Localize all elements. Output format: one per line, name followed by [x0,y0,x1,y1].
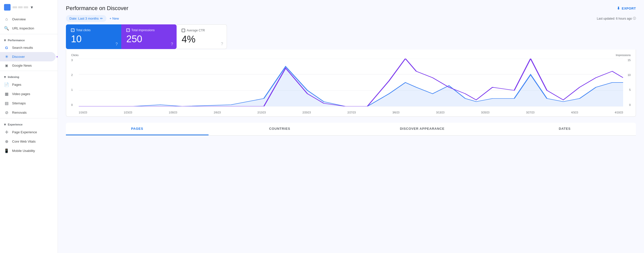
x-label-6: 2/27/23 [347,111,356,114]
metric-value-total-clicks: 10 [71,34,116,45]
sidebar-item-mobile-usability-label: Mobile Usability [12,149,35,153]
main-header: Performance on Discover ⬇ EXPORT [58,0,644,12]
indexing-caret-icon: ▾ [4,75,6,79]
export-button[interactable]: ⬇ EXPORT [617,6,636,11]
sidebar-item-removals[interactable]: ⊘ Removals [0,108,56,117]
logo-dropdown-icon[interactable]: ▾ [31,5,33,10]
metric-checkbox-total-clicks[interactable] [71,28,74,32]
tick-left-0: 3 [71,59,77,62]
metric-checkbox-total-impressions[interactable] [126,28,130,32]
metric-label-text-total-impressions: Total impressions [131,28,155,32]
tab-countries[interactable]: COUNTRIES [209,123,351,135]
page-experience-icon: ✛ [4,130,9,135]
metric-checkbox-average-ctr[interactable] [182,29,185,32]
indexing-section-label: Indexing [8,75,19,78]
main-content: Performance on Discover ⬇ EXPORT Date: L… [58,0,644,253]
tab-pages[interactable]: PAGES [66,123,209,135]
x-label-7: 3/6/23 [392,111,399,114]
x-label-10: 3/27/23 [526,111,534,114]
logo-dots [13,6,28,8]
sidebar-item-video-pages[interactable]: ▦ Video pages [0,89,56,99]
chart-container: Clicks Impressions 3 2 1 0 15 10 5 0 [66,50,636,117]
metric-label-text-total-clicks: Total clicks [76,28,91,32]
video-pages-icon: ▦ [4,92,9,96]
sidebar-item-sitemaps-label: Sitemaps [12,101,26,105]
sidebar-item-sitemaps[interactable]: ▤ Sitemaps [0,99,56,108]
sidebar-item-page-experience[interactable]: ✛ Page Experience [0,128,56,137]
metric-card-total-clicks[interactable]: Total clicks 10 ? [66,24,121,49]
sidebar-item-core-web-vitals-label: Core Web Vitals [12,140,35,143]
sidebar-item-search-results[interactable]: G Search results [0,43,56,52]
sidebar-item-discover[interactable]: ✳ Discover [0,52,56,61]
sidebar-divider-2 [0,71,58,71]
sidebar-section-performance[interactable]: ▾ Performance [0,35,58,43]
metric-label-text-average-ctr: Average CTR [187,29,205,32]
logo-icon [4,4,11,11]
tab-discover-appearance[interactable]: DISCOVER APPEARANCE [351,123,494,135]
sidebar-item-removals-label: Removals [12,111,27,114]
x-label-0: 1/16/23 [79,111,87,114]
tab-discover-appearance-label: DISCOVER APPEARANCE [400,127,445,131]
chart-y-label-clicks: Clicks [71,54,78,57]
google-icon: G [4,46,9,50]
metric-label-total-impressions: Total impressions [126,28,172,32]
tick-right-1: 10 [625,73,631,76]
x-label-4: 2/13/23 [257,111,266,114]
core-web-vitals-icon: ⊕ [4,139,9,144]
chart-spacer [227,24,636,49]
export-icon: ⬇ [617,6,620,11]
sidebar-section-experience[interactable]: ▾ Experience [0,119,58,128]
metric-info-icon-total-impressions[interactable]: ? [171,42,173,47]
toolbar-left: Date: Last 3 months ✏ + New [66,15,119,22]
chart-wrapper: Clicks Impressions 3 2 1 0 15 10 5 0 [71,54,631,114]
metric-card-total-impressions[interactable]: Total impressions 250 ? [121,24,177,49]
metrics-row: Total clicks 10 ? Total impressions 250 … [66,24,636,49]
last-updated-text: Last updated: 6 hours ago [597,17,632,20]
tab-dates-label: DATES [559,127,571,131]
search-icon: 🔍 [4,26,9,31]
sidebar-item-mobile-usability[interactable]: 📱 Mobile Usability [0,146,56,155]
x-label-5: 2/20/23 [302,111,311,114]
sidebar-item-url-inspection[interactable]: 🔍 URL inspection [0,24,56,33]
sidebar-item-pages[interactable]: 📄 Pages [0,80,56,89]
metric-info-icon-average-ctr[interactable]: ? [221,42,223,46]
sidebar-item-overview-label: Overview [12,17,26,21]
tabs-section: PAGES COUNTRIES DISCOVER APPEARANCE DATE… [58,117,644,136]
svg-marker-7 [79,66,623,106]
tick-right-2: 5 [625,88,631,91]
metric-value-total-impressions: 250 [126,34,172,45]
experience-section-label: Experience [8,123,23,126]
mobile-usability-icon: 📱 [4,148,9,153]
chart-y-label-impressions: Impressions [616,54,631,57]
sidebar-section-indexing[interactable]: ▾ Indexing [0,72,58,80]
arrow-annotation [54,55,58,59]
sidebar-item-url-inspection-label: URL inspection [12,26,34,30]
sidebar-item-core-web-vitals[interactable]: ⊕ Core Web Vitals [0,137,56,146]
performance-caret-icon: ▾ [4,38,6,42]
google-news-icon: ▣ [4,64,9,67]
metric-card-average-ctr[interactable]: Average CTR 4% ? [177,24,227,49]
tab-pages-label: PAGES [131,127,143,131]
tick-left-1: 2 [71,73,77,76]
sidebar-item-google-news[interactable]: ▣ Google News [0,61,56,70]
x-label-2: 1/30/23 [169,111,177,114]
sidebar-item-overview[interactable]: ⌂ Overview [0,15,56,24]
pages-icon: 📄 [4,82,9,87]
metrics-section: Total clicks 10 ? Total impressions 250 … [58,24,644,49]
edit-icon: ✏ [100,17,103,20]
new-filter-button[interactable]: + New [109,17,119,20]
sitemaps-icon: ▤ [4,101,9,106]
tab-dates[interactable]: DATES [494,123,636,135]
page-title: Performance on Discover [66,5,128,12]
tabs-row: PAGES COUNTRIES DISCOVER APPEARANCE DATE… [66,123,636,136]
last-updated-info-icon[interactable]: ⓘ [633,16,636,21]
metric-info-icon-total-clicks[interactable]: ? [115,42,118,47]
x-label-12: 4/10/23 [615,111,623,114]
export-label: EXPORT [622,7,636,10]
x-label-3: 2/6/23 [214,111,221,114]
date-filter-button[interactable]: Date: Last 3 months ✏ [66,15,106,22]
chart-section: Clicks Impressions 3 2 1 0 15 10 5 0 [58,50,644,117]
chart-y-ticks-left: 3 2 1 0 [71,59,77,106]
toolbar: Date: Last 3 months ✏ + New Last updated… [58,12,644,24]
sidebar-logo: ▾ [0,2,58,15]
